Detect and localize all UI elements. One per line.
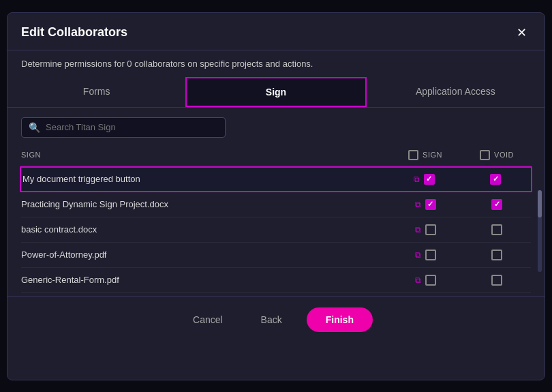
row-sign-2: ⧉ xyxy=(388,199,463,210)
modal-overlay: Edit Collaborators ✕ Determine permissio… xyxy=(0,0,552,392)
external-link-icon-3[interactable]: ⧉ xyxy=(415,225,421,235)
table-header: SIGN SIGN VOID xyxy=(21,145,531,166)
row-name-5: Generic-Rental-Form.pdf xyxy=(21,275,388,285)
modal-title: Edit Collaborators xyxy=(21,25,127,40)
close-button[interactable]: ✕ xyxy=(512,24,531,42)
header-name-col: SIGN xyxy=(21,151,388,159)
tab-application-access[interactable]: Application Access xyxy=(367,77,545,107)
row-name-1: My document triggered button xyxy=(22,174,386,184)
external-link-icon-1[interactable]: ⧉ xyxy=(414,175,420,184)
edit-collaborators-modal: Edit Collaborators ✕ Determine permissio… xyxy=(7,12,545,380)
void-checkbox-5[interactable] xyxy=(491,275,502,286)
table-row: Power-of-Attorney.pdf ⧉ xyxy=(21,243,531,268)
table-area: SIGN SIGN VOID My document triggered but… xyxy=(7,145,545,293)
modal-header: Edit Collaborators ✕ xyxy=(7,13,545,50)
row-name-2: Practicing Dynamic Sign Project.docx xyxy=(21,199,388,209)
void-checkbox-3[interactable] xyxy=(491,224,502,235)
tab-bar: Forms Sign Application Access xyxy=(7,77,545,108)
row-sign-5: ⧉ xyxy=(388,275,463,286)
row-sign-1: ⧉ xyxy=(386,174,461,185)
tab-forms[interactable]: Forms xyxy=(7,77,185,107)
table-row: Practicing Dynamic Sign Project.docx ⧉ xyxy=(21,192,531,217)
void-checkbox-2[interactable] xyxy=(491,199,502,210)
table-row: My document triggered button ⧉ xyxy=(20,166,532,192)
sign-checkbox-2[interactable] xyxy=(425,199,436,210)
search-icon: 🔍 xyxy=(29,122,40,133)
cancel-button[interactable]: Cancel xyxy=(179,309,236,331)
sign-checkbox-5[interactable] xyxy=(425,275,436,286)
back-button[interactable]: Back xyxy=(247,309,296,331)
scrollbar-track[interactable] xyxy=(538,190,542,272)
external-link-icon-5[interactable]: ⧉ xyxy=(415,275,421,285)
search-area: 🔍 xyxy=(7,108,545,145)
header-void-checkbox[interactable] xyxy=(480,150,490,160)
sign-checkbox-3[interactable] xyxy=(425,224,436,235)
finish-button[interactable]: Finish xyxy=(307,307,373,332)
row-sign-4: ⧉ xyxy=(388,250,463,260)
header-void-col: VOID xyxy=(463,150,531,160)
tab-sign[interactable]: Sign xyxy=(185,77,366,107)
table-row: basic contract.docx ⧉ xyxy=(21,217,531,243)
row-void-5 xyxy=(463,275,531,286)
header-sign-checkbox[interactable] xyxy=(408,150,418,160)
modal-description: Determine permissions for 0 collaborator… xyxy=(7,50,545,77)
void-checkbox-4[interactable] xyxy=(491,250,502,260)
external-link-icon-2[interactable]: ⧉ xyxy=(415,200,421,209)
modal-footer: Cancel Back Finish xyxy=(7,296,545,343)
row-void-1 xyxy=(461,174,530,185)
void-checkbox-1[interactable] xyxy=(490,174,501,185)
table-row: Generic-Rental-Form.pdf ⧉ xyxy=(21,268,531,293)
scrollbar-thumb[interactable] xyxy=(538,190,542,217)
row-void-3 xyxy=(463,224,531,235)
row-sign-3: ⧉ xyxy=(388,224,463,235)
row-void-4 xyxy=(463,250,531,260)
sign-checkbox-4[interactable] xyxy=(425,250,436,260)
header-sign-col: SIGN xyxy=(388,150,463,160)
sign-checkbox-1[interactable] xyxy=(424,174,435,185)
row-name-3: basic contract.docx xyxy=(21,224,388,235)
row-void-2 xyxy=(463,199,531,210)
row-name-4: Power-of-Attorney.pdf xyxy=(21,250,388,260)
search-input[interactable] xyxy=(46,122,218,132)
search-box: 🔍 xyxy=(21,117,226,138)
external-link-icon-4[interactable]: ⧉ xyxy=(415,250,421,260)
